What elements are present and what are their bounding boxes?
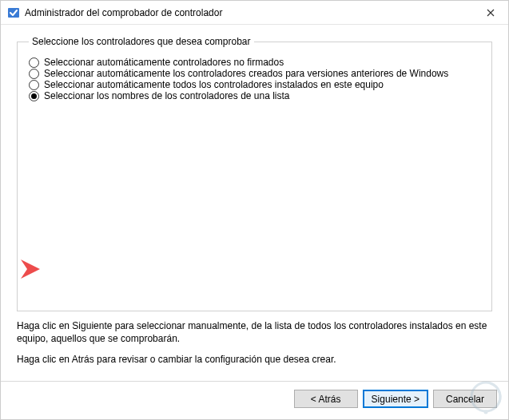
radio-label: Seleccionar automáticamente los controla… (44, 68, 448, 79)
verifier-icon (7, 6, 20, 19)
radio-label: Seleccionar los nombres de los controlad… (44, 90, 290, 101)
back-button[interactable]: < Atrás (294, 390, 358, 408)
radio-icon (29, 91, 39, 101)
group-legend: Seleccione los controladores que desea c… (29, 36, 254, 47)
content-area: Seleccione los controladores que desea c… (1, 25, 508, 381)
radio-label: Seleccionar automáticamente todos los co… (44, 79, 384, 90)
option-older-windows-drivers[interactable]: Seleccionar automáticamente los controla… (29, 68, 480, 79)
button-bar: < Atrás Siguiente > Cancelar (1, 381, 508, 419)
dialog-window: Administrador del comprobador de control… (0, 0, 509, 420)
option-all-installed-drivers[interactable]: Seleccionar automáticamente todos los co… (29, 79, 480, 90)
option-unsigned-drivers[interactable]: Seleccionar automáticamente controladore… (29, 57, 480, 68)
titlebar: Administrador del comprobador de control… (1, 1, 508, 25)
close-button[interactable] (472, 1, 508, 25)
radio-icon (29, 80, 39, 90)
driver-selection-group: Seleccione los controladores que desea c… (17, 36, 492, 311)
helper-text-back: Haga clic en Atrás para revisar o cambia… (17, 353, 492, 366)
next-button[interactable]: Siguiente > (363, 390, 428, 408)
radio-label: Seleccionar automáticamente controladore… (44, 57, 284, 68)
window-title: Administrador del comprobador de control… (25, 7, 472, 18)
close-icon (487, 9, 495, 17)
radio-icon (29, 57, 39, 68)
option-select-from-list[interactable]: Seleccionar los nombres de los controlad… (29, 90, 480, 101)
radio-icon (29, 69, 39, 79)
cancel-button[interactable]: Cancelar (433, 390, 497, 408)
helper-text-next: Haga clic en Siguiente para seleccionar … (17, 319, 492, 345)
